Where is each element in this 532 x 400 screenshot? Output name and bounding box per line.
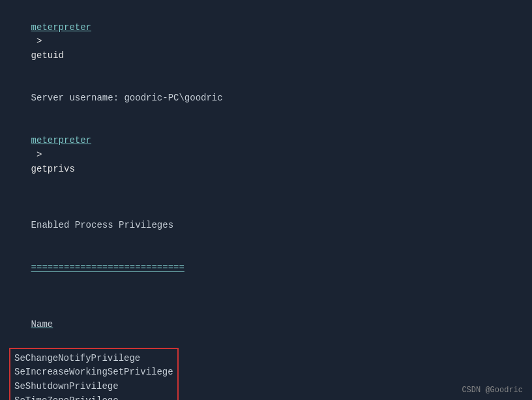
command-getprivs: getprivs (31, 164, 75, 174)
col-name-header: Name (9, 303, 523, 346)
priv-3: SeShutdownPrivilege (14, 380, 173, 394)
prompt-link-1: meterpreter (31, 22, 91, 33)
blank-2 (9, 290, 523, 304)
privileges-table: SeChangeNotifyPrivilege SeIncreaseWorkin… (9, 348, 179, 401)
server-username: Server username: goodric-PC\goodric (31, 93, 223, 103)
section-title-privileges: Enabled Process Privileges (9, 205, 523, 247)
line-getprivs: meterpreter > getprivs (9, 120, 523, 191)
command-getuid: getuid (31, 50, 64, 61)
line-getuid: meterpreter > getuid (9, 7, 523, 77)
priv-4: SeTimeZonePrivilege (14, 394, 173, 400)
prompt-link-2: meterpreter (31, 135, 91, 146)
prompt-arrow-1: > (31, 36, 48, 46)
priv-1: SeChangeNotifyPrivilege (14, 352, 173, 366)
line-username: Server username: goodric-PC\goodric (9, 77, 523, 119)
blank-1 (9, 191, 523, 205)
prompt-arrow-2: > (31, 149, 48, 160)
divider-privileges: ============================ (9, 247, 523, 290)
watermark: CSDN @Goodric (462, 386, 523, 395)
terminal-window: meterpreter > getuid Server username: go… (0, 0, 532, 400)
priv-2: SeIncreaseWorkingSetPrivilege (14, 365, 173, 380)
